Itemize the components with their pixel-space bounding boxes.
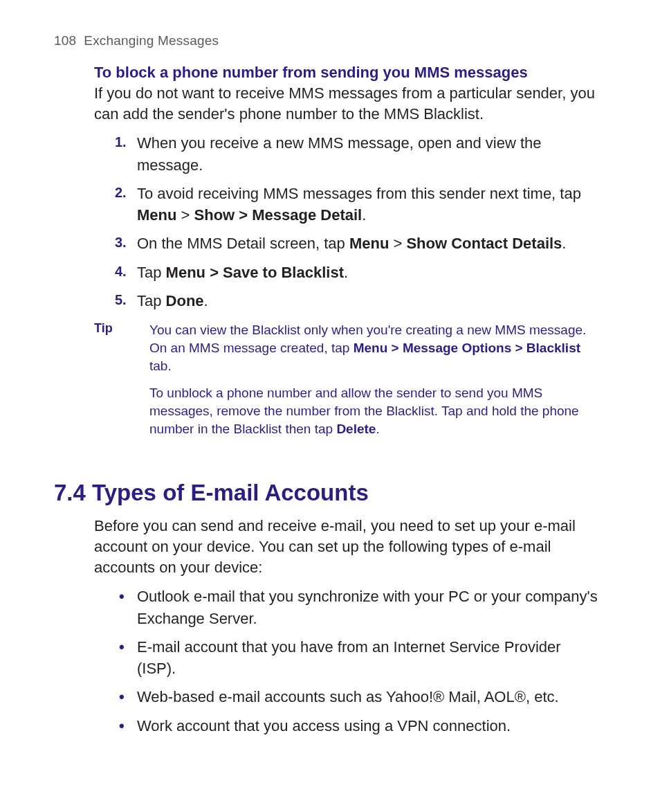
step-text: Tap Menu > Save to Blacklist.: [137, 264, 348, 281]
step-number: 5.: [115, 290, 127, 309]
step-item: 4. Tap Menu > Save to Blacklist.: [115, 262, 603, 283]
page-content: To block a phone number from sending you…: [54, 64, 605, 737]
running-header: 108 Exchanging Messages: [54, 33, 605, 48]
intro-paragraph: Before you can send and receive e-mail, …: [94, 516, 603, 577]
list-item: Web-based e-mail accounts such as Yahoo!…: [115, 686, 603, 707]
list-item: E-mail account that you have from an Int…: [115, 636, 603, 679]
step-text: Tap Done.: [137, 292, 208, 309]
bullet-list: Outlook e-mail that you synchronize with…: [94, 586, 603, 736]
step-item: 3. On the MMS Detail screen, tap Menu > …: [115, 233, 603, 254]
step-item: 1. When you receive a new MMS message, o…: [115, 132, 603, 175]
step-number: 3.: [115, 233, 127, 252]
section-heading: 7.4 Types of E-mail Accounts: [54, 480, 603, 506]
subsection-heading: To block a phone number from sending you…: [94, 64, 603, 82]
tip-label: Tip: [94, 321, 149, 446]
numbered-steps: 1. When you receive a new MMS message, o…: [94, 132, 603, 312]
chapter-title: Exchanging Messages: [84, 33, 219, 48]
intro-paragraph: If you do not want to receive MMS messag…: [94, 83, 603, 124]
step-text: When you receive a new MMS message, open…: [137, 134, 542, 173]
tip-paragraph: To unblock a phone number and allow the …: [149, 384, 603, 439]
tip-body: You can view the Blacklist only when you…: [149, 321, 603, 446]
step-text: To avoid receiving MMS messages from thi…: [137, 185, 581, 224]
step-item: 5. Tap Done.: [115, 290, 603, 312]
tip-paragraph: You can view the Blacklist only when you…: [149, 321, 603, 376]
page-number: 108: [54, 33, 76, 48]
tip-block: Tip You can view the Blacklist only when…: [94, 321, 603, 446]
list-item: Outlook e-mail that you synchronize with…: [115, 586, 603, 629]
step-number: 2.: [115, 183, 127, 202]
list-item: Work account that you access using a VPN…: [115, 715, 603, 737]
step-number: 1.: [115, 132, 127, 152]
step-text: On the MMS Detail screen, tap Menu > Sho…: [137, 235, 566, 252]
step-item: 2. To avoid receiving MMS messages from …: [115, 183, 603, 226]
step-number: 4.: [115, 262, 127, 281]
page: 108 Exchanging Messages To block a phone…: [0, 0, 660, 812]
